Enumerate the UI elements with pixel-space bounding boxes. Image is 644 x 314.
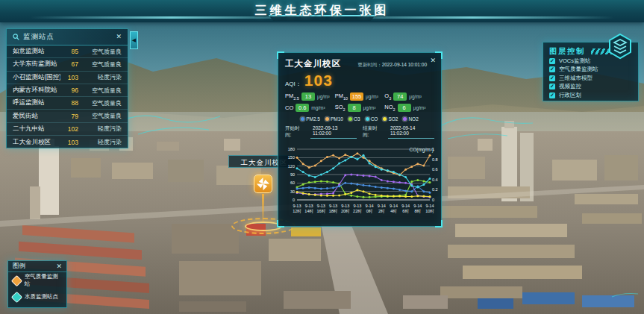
aqi-popup: 工大金川校区 更新时间：2022-09-14 10:01:00 ✕ AQI： 1… [278, 52, 442, 227]
legend-dot [383, 117, 387, 121]
legend-label: PM2.5 [306, 116, 320, 122]
svg-text:20时: 20时 [341, 209, 350, 213]
aqi-value: 103 [304, 72, 333, 90]
legend-dot [348, 117, 352, 121]
pollutant-trend-chart[interactable]: 030609012015018000.20.40.60.819-1312时9-1… [285, 146, 434, 224]
panel-collapse-tab[interactable]: ◀ [130, 31, 138, 49]
svg-text:9-14: 9-14 [425, 204, 434, 208]
svg-text:60: 60 [290, 180, 295, 185]
corner-accent [435, 51, 443, 59]
station-status: 轻度污染 [78, 125, 122, 133]
station-row[interactable]: 如意监测站85空气质量良 [7, 45, 128, 58]
checkbox-checked-icon[interactable]: ✓ [549, 92, 555, 98]
close-icon[interactable]: ✕ [116, 34, 122, 40]
station-status: 空气质量良 [78, 60, 122, 69]
checkbox-checked-icon[interactable]: ✓ [549, 84, 555, 90]
svg-text:30: 30 [290, 189, 295, 194]
station-row[interactable]: 内蒙古环科院站96空气质量良 [7, 84, 128, 97]
pollutant-name: PM2.5 [285, 92, 299, 101]
layer-item[interactable]: ✓视频监控 [549, 83, 632, 92]
header-bar: 三维生态环保一张图 [0, 0, 644, 22]
station-row[interactable]: 工大金川校区103轻度污染 [7, 136, 128, 148]
legend-item[interactable]: O3 [348, 116, 360, 122]
legend-item[interactable]: CO [366, 116, 378, 122]
svg-text:9-13: 9-13 [341, 204, 349, 208]
pollutant-cell: PM10155μg/m³ [335, 92, 385, 101]
chart-legend: PM2.5PM10O3COSO2NO2 [285, 116, 434, 122]
station-status: 空气质量良 [78, 112, 122, 120]
popup-update-time: 更新时间：2022-09-14 10:01:00 [341, 62, 427, 69]
legend-item[interactable]: PM2.5 [301, 116, 320, 122]
legend-item[interactable]: NO2 [403, 116, 418, 122]
time-range-row: 开始时间: 2022-09-13 11:02:00 结束时间: 2022-09-… [285, 125, 434, 139]
pollutant-unit: μg/m³ [317, 94, 330, 99]
svg-text:150: 150 [288, 155, 295, 160]
svg-text:0.6: 0.6 [432, 167, 438, 172]
checkbox-checked-icon[interactable]: ✓ [549, 66, 555, 72]
station-row[interactable]: 爱民街站79空气质量良 [7, 110, 128, 122]
station-rows: 如意监测站85空气质量良大学东街监测站67空气质量良小召监测站(国控)103轻度… [7, 45, 128, 148]
pollutant-name: NO2 [384, 104, 395, 112]
station-row[interactable]: 小召监测站(国控)103轻度污染 [7, 72, 128, 84]
legend-panel-title: 图例 [13, 262, 56, 271]
svg-text:14时: 14时 [304, 209, 313, 213]
svg-text:0.4: 0.4 [432, 178, 438, 182]
legend-item[interactable]: SO2 [383, 116, 398, 122]
pinwheel-icon [254, 175, 272, 192]
svg-text:9-14: 9-14 [413, 204, 422, 208]
svg-text:180: 180 [288, 147, 295, 151]
station-aqi-value: 103 [60, 74, 78, 81]
pollutant-value-badge: 155 [350, 92, 363, 101]
station-name: 爱民街站 [13, 112, 60, 121]
update-time-label: 更新时间： [357, 62, 382, 67]
station-aqi-value: 96 [60, 87, 78, 94]
popup-title: 工大金川校区 [285, 58, 341, 69]
pollutant-cell: O374μg/m³ [384, 92, 434, 101]
start-time-input[interactable]: 2022-09-13 11:02:00 [310, 125, 357, 139]
legend-item-row[interactable]: 空气质量监测站 [8, 272, 66, 289]
station-row[interactable]: 大学东街监测站67空气质量良 [7, 58, 128, 71]
svg-text:9-13: 9-13 [293, 204, 301, 208]
pollutant-unit: μg/m³ [363, 105, 376, 110]
close-icon[interactable]: ✕ [430, 57, 436, 64]
marker-pin-icon[interactable] [254, 175, 272, 193]
layer-item[interactable]: ✓行政区划 [549, 91, 632, 100]
svg-text:0: 0 [432, 198, 434, 202]
pollutant-unit: μg/m³ [366, 94, 378, 99]
legend-item[interactable]: PM10 [325, 116, 343, 122]
svg-text:10时: 10时 [425, 209, 434, 213]
svg-text:90: 90 [290, 172, 295, 177]
station-status: 空气质量良 [78, 48, 122, 56]
svg-text:120: 120 [288, 164, 295, 169]
checkbox-checked-icon[interactable]: ✓ [549, 58, 555, 64]
close-icon[interactable]: ✕ [56, 263, 62, 270]
station-status: 轻度污染 [78, 138, 122, 146]
station-name: 如意监测站 [13, 47, 60, 56]
svg-text:8时: 8时 [415, 209, 422, 213]
layer-item-label: 空气质量监测站 [559, 66, 598, 73]
station-aqi-value: 102 [60, 125, 78, 133]
svg-text:9-14: 9-14 [366, 204, 374, 208]
pollutant-name: PM10 [335, 92, 348, 101]
layer-item-label: VOCs监测站 [559, 57, 591, 65]
legend-dot [301, 117, 304, 121]
legend-item-row[interactable]: 水质监测站点 [8, 289, 66, 305]
layer-item[interactable]: ✓空气质量监测站 [549, 66, 632, 75]
layer-rows: ✓VOCs监测站✓空气质量监测站✓三维城市模型✓视频监控✓行政区划 [549, 57, 632, 100]
station-diamond-icon [11, 291, 23, 303]
station-status: 空气质量良 [78, 99, 122, 107]
checkbox-checked-icon[interactable]: ✓ [549, 75, 555, 81]
layer-item[interactable]: ✓三维城市模型 [549, 74, 632, 83]
svg-text:9-13: 9-13 [329, 204, 337, 208]
station-row[interactable]: 呼运监测站88空气质量良 [7, 97, 128, 110]
svg-text:9-14: 9-14 [401, 204, 410, 208]
station-row[interactable]: 二十九中站102轻度污染 [7, 123, 128, 136]
legend-label: NO2 [408, 116, 418, 122]
legend-label: CO [371, 116, 378, 122]
pollutant-row-2: CO0.6mg/m³SO28μg/m³NO26μg/m³ [285, 104, 434, 112]
layers-hexagon-icon[interactable] [607, 33, 634, 60]
page-title: 三维生态环保一张图 [0, 3, 644, 19]
layer-item-label: 三维城市模型 [559, 75, 593, 82]
end-time-input[interactable]: 2022-09-14 11:02:00 [388, 125, 434, 139]
legend-rows: 空气质量监测站水质监测站点 [8, 272, 66, 305]
